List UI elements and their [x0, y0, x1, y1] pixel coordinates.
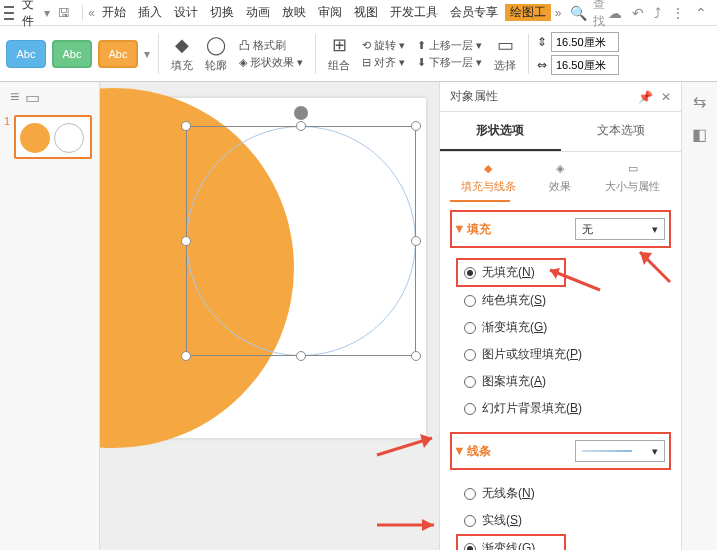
- tab-text-options[interactable]: 文本选项: [561, 112, 682, 151]
- tab-shape-options[interactable]: 形状选项: [440, 112, 561, 151]
- fill-none-option[interactable]: 无填充(N): [456, 258, 566, 287]
- handle-e[interactable]: [411, 236, 421, 246]
- close-panel-icon[interactable]: ✕: [661, 90, 671, 104]
- select-button[interactable]: ▭ 选择: [490, 34, 520, 73]
- menu-bar: 文件 ▾ 🖫 « 开始 插入 设计 切换 动画 放映 审阅 视图 开发工具 会员…: [0, 0, 717, 26]
- move-up-button[interactable]: ⬆上移一层▾: [417, 38, 482, 53]
- share-icon[interactable]: ⤴: [654, 5, 661, 21]
- radio-icon: [464, 403, 476, 415]
- style-preset-1[interactable]: Abc: [6, 40, 46, 68]
- cloud-icon[interactable]: ☁: [608, 5, 622, 21]
- tab-review[interactable]: 审阅: [313, 4, 347, 21]
- move-down-button[interactable]: ⬇下移一层▾: [417, 55, 482, 70]
- line-options: 无线条(N) 实线(S) 渐变线(G): [450, 476, 671, 550]
- handle-sw[interactable]: [181, 351, 191, 361]
- tab-start[interactable]: 开始: [97, 4, 131, 21]
- tab-view[interactable]: 视图: [349, 4, 383, 21]
- file-menu[interactable]: 文件: [22, 0, 35, 30]
- more-icon[interactable]: ⋮: [671, 5, 685, 21]
- fill-section-header[interactable]: 填充 无 ▾: [450, 210, 671, 248]
- nav-left-icon[interactable]: «: [88, 6, 95, 20]
- fill-slidebg-option[interactable]: 幻灯片背景填充(B): [464, 395, 671, 422]
- line-none-option[interactable]: 无线条(N): [464, 480, 671, 507]
- outline-button[interactable]: ◯ 轮廓: [201, 34, 231, 73]
- handle-nw[interactable]: [181, 121, 191, 131]
- handle-s[interactable]: [296, 351, 306, 361]
- rotation-handle[interactable]: [294, 106, 308, 120]
- line-type-dropdown[interactable]: ▾: [575, 440, 665, 462]
- rotate-icon: ⟲: [362, 39, 371, 52]
- radio-icon: [464, 376, 476, 388]
- tool-icon-2[interactable]: ◧: [692, 125, 707, 144]
- tab-member[interactable]: 会员专享: [445, 4, 503, 21]
- fill-section-title: 填充: [456, 221, 491, 238]
- fill-type-dropdown[interactable]: 无 ▾: [575, 218, 665, 240]
- outline-view-icon[interactable]: ≡: [10, 88, 19, 107]
- hamburger-icon[interactable]: [4, 6, 14, 20]
- subtab-size[interactable]: ▭ 大小与属性: [605, 162, 660, 194]
- group-button[interactable]: ⊞ 组合: [324, 34, 354, 73]
- line-solid-option[interactable]: 实线(S): [464, 507, 671, 534]
- radio-checked-icon: [464, 267, 476, 279]
- search-placeholder[interactable]: 查找: [593, 0, 606, 30]
- fill-pattern-option[interactable]: 图案填充(A): [464, 368, 671, 395]
- tab-slideshow[interactable]: 放映: [277, 4, 311, 21]
- fill-button[interactable]: ◆ 填充: [167, 34, 197, 73]
- tab-design[interactable]: 设计: [169, 4, 203, 21]
- tab-transition[interactable]: 切换: [205, 4, 239, 21]
- separator: [315, 34, 316, 74]
- line-section-header[interactable]: 线条 ▾: [450, 432, 671, 470]
- slide: [114, 98, 426, 438]
- format-brush-button[interactable]: 凸格式刷: [239, 38, 303, 53]
- fill-options: 无填充(N) 纯色填充(S) 渐变填充(G) 图片或纹理填充(P) 图案填充(A…: [450, 254, 671, 432]
- up-icon: ⬆: [417, 39, 426, 52]
- width-input[interactable]: [551, 55, 619, 75]
- handle-w[interactable]: [181, 236, 191, 246]
- canvas[interactable]: [100, 82, 439, 550]
- handle-ne[interactable]: [411, 121, 421, 131]
- slide-view-icon[interactable]: ▭: [25, 88, 40, 107]
- tab-insert[interactable]: 插入: [133, 4, 167, 21]
- tool-icon-1[interactable]: ⇆: [693, 92, 706, 111]
- rotate-button[interactable]: ⟲旋转▾: [362, 38, 405, 53]
- tab-drawing-tools[interactable]: 绘图工: [505, 4, 551, 21]
- slide-number: 1: [4, 115, 10, 127]
- height-input[interactable]: [551, 32, 619, 52]
- save-icon[interactable]: 🖫: [58, 6, 70, 20]
- gallery-more-icon[interactable]: ▾: [144, 47, 150, 61]
- outline-icon: ◯: [206, 34, 226, 56]
- height-icon: ⇕: [537, 35, 547, 49]
- fill-icon: ◆: [175, 34, 189, 56]
- style-preset-2[interactable]: Abc: [52, 40, 92, 68]
- radio-icon: [464, 515, 476, 527]
- properties-panel: 对象属性 📌 ✕ 形状选项 文本选项 ◆ 填充与线条 ◈ 效果 ▭ 大小与属性: [439, 82, 681, 550]
- style-preset-3[interactable]: Abc: [98, 40, 138, 68]
- collapse-icon[interactable]: ⌃: [695, 5, 707, 21]
- nav-right-icon[interactable]: »: [555, 6, 562, 20]
- undo-icon[interactable]: ↶: [632, 5, 644, 21]
- fill-line-icon: ◆: [484, 162, 492, 175]
- down-icon: ⬇: [417, 56, 426, 69]
- chevron-down-icon: ▾: [652, 223, 658, 236]
- panel-title: 对象属性: [450, 88, 498, 105]
- align-button[interactable]: ⊟对齐▾: [362, 55, 405, 70]
- line-gradient-option[interactable]: 渐变线(G): [456, 534, 566, 550]
- shape-effect-button[interactable]: ◈形状效果▾: [239, 55, 303, 70]
- radio-icon: [464, 322, 476, 334]
- size-subtab-icon: ▭: [628, 162, 638, 175]
- line-section-title: 线条: [456, 443, 491, 460]
- tab-animation[interactable]: 动画: [241, 4, 275, 21]
- subtab-effect[interactable]: ◈ 效果: [549, 162, 571, 194]
- file-dropdown-icon[interactable]: ▾: [44, 6, 50, 20]
- fill-picture-option[interactable]: 图片或纹理填充(P): [464, 341, 671, 368]
- pin-icon[interactable]: 📌: [638, 90, 653, 104]
- subtab-fill-line[interactable]: ◆ 填充与线条: [461, 162, 516, 194]
- fill-solid-option[interactable]: 纯色填充(S): [464, 287, 671, 314]
- shape-style-gallery: Abc Abc Abc ▾: [6, 40, 150, 68]
- search-icon[interactable]: 🔍: [570, 5, 587, 21]
- handle-se[interactable]: [411, 351, 421, 361]
- handle-n[interactable]: [296, 121, 306, 131]
- tab-dev[interactable]: 开发工具: [385, 4, 443, 21]
- fill-gradient-option[interactable]: 渐变填充(G): [464, 314, 671, 341]
- slide-thumbnail-1[interactable]: [14, 115, 92, 159]
